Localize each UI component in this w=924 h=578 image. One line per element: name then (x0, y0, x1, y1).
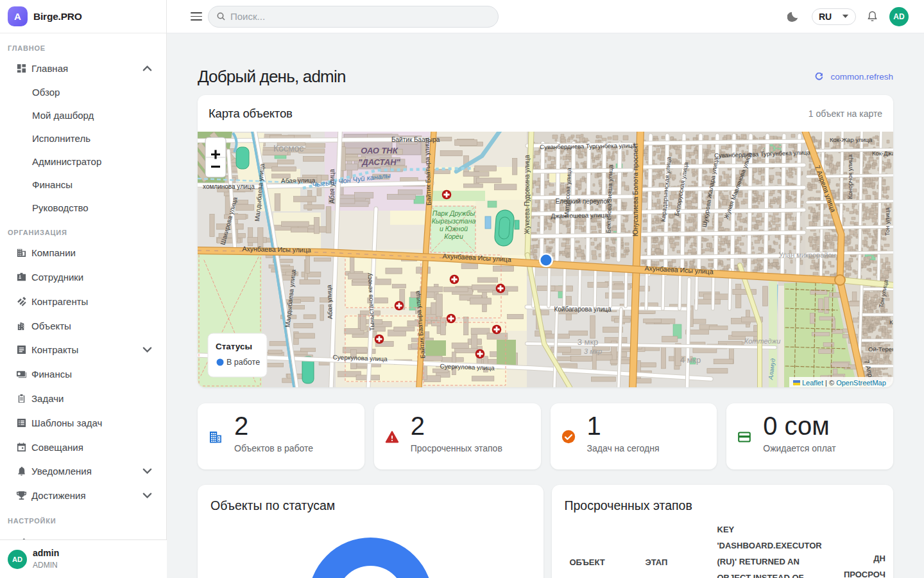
svg-text:Конорчок улица: Конорчок улица (846, 154, 853, 199)
svg-text:"ДАСТАН": "ДАСТАН" (358, 157, 400, 167)
svg-text:Байтик Баатыра: Байтик Баатыра (391, 136, 440, 143)
svg-text:Статусы: Статусы (216, 342, 252, 351)
svg-text:Парк Дружбы: Парк Дружбы (432, 209, 475, 217)
svg-text:Джантошева улица: Джантошева улица (551, 211, 608, 220)
svg-text:4 мкр: 4 мкр (680, 355, 701, 365)
svg-text:Койбагарова улица: Койбагарова улица (554, 306, 612, 313)
svg-text:Кок-Джар ул: Кок-Джар ул (872, 150, 893, 157)
svg-text:3 мкр: 3 мкр (584, 347, 602, 355)
svg-text:Жукеева-Пудовкина улица: Жукеева-Пудовкина улица (524, 155, 531, 234)
svg-text:Ой-Терекен пе: Ой-Терекен пе (868, 346, 893, 353)
svg-text:Космос: Космос (273, 143, 304, 153)
svg-text:Абая улица: Абая улица (325, 285, 334, 319)
svg-text:ОАО ТНК: ОАО ТНК (361, 146, 398, 155)
svg-text:Кок-Жар улица: Кок-Жар улица (830, 136, 873, 143)
svg-text:и Южной: и Южной (440, 225, 468, 232)
svg-text:Юнусалиева Болота проспект: Юнусалиева Болота проспект (631, 143, 639, 236)
svg-text:Тон улица: Тон улица (884, 207, 891, 236)
svg-text:Leaflet | © OpenStreetMap: Leaflet | © OpenStreetMap (802, 379, 886, 387)
svg-text:Кореи: Кореи (444, 232, 463, 240)
svg-text:хомлинова улица: хомлинова улица (203, 183, 255, 190)
svg-text:Абая улица: Абая улица (281, 177, 316, 184)
svg-text:Коттеджи: Коттеджи (744, 337, 781, 345)
svg-text:Кыргызстана: Кыргызстана (432, 217, 476, 225)
svg-text:Улан микрорайон: Улан микрорайон (778, 251, 835, 259)
svg-text:Ахунбаева Исы улица: Ахунбаева Исы улица (242, 245, 311, 254)
svg-text:В работе: В работе (227, 358, 260, 367)
svg-text:Абая улица: Абая улица (329, 169, 336, 204)
svg-text:3 мкр: 3 мкр (578, 337, 599, 347)
svg-text:Конорчок: Конорчок (889, 319, 893, 326)
